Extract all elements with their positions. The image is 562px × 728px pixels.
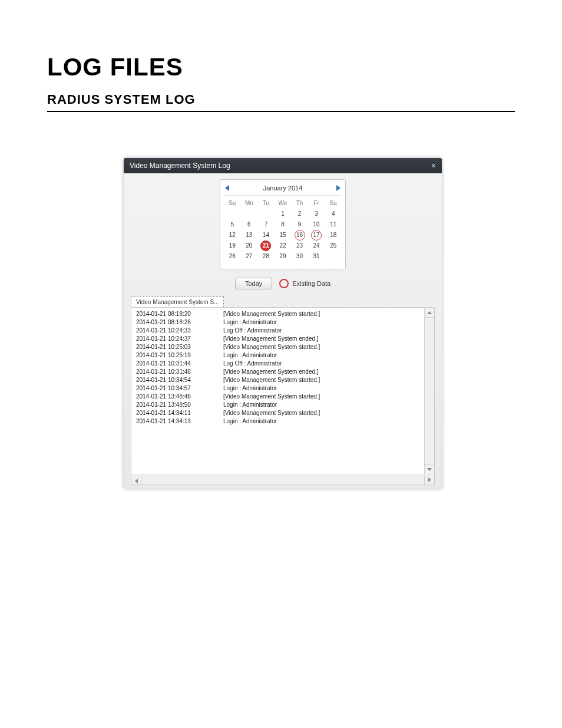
log-row: 2014-01-21 10:25:19Login : Administrator — [136, 351, 431, 360]
log-row: 2014-01-21 10:25:03[Video Management Sys… — [136, 343, 431, 351]
log-timestamp: 2014-01-21 10:24:37 — [136, 335, 207, 343]
log-message: Login : Administrator — [223, 401, 277, 409]
calendar-day[interactable]: 16 — [291, 230, 308, 241]
window-titlebar: Video Management System Log × — [124, 158, 442, 173]
calendar-day[interactable]: 25 — [325, 241, 342, 251]
calendar-dow: Th — [291, 198, 308, 209]
log-timestamp: 2014-01-21 10:31:44 — [136, 360, 207, 368]
calendar-day[interactable]: 12 — [224, 230, 241, 241]
next-month-icon[interactable] — [336, 185, 340, 191]
scroll-down-icon[interactable] — [425, 464, 434, 474]
calendar-day[interactable]: 1 — [275, 209, 292, 219]
log-timestamp: 2014-01-21 10:34:57 — [136, 384, 207, 393]
calendar-day[interactable]: 31 — [308, 251, 325, 262]
log-row: 2014-01-21 13:48:50Login : Administrator — [136, 401, 431, 409]
calendar-day[interactable]: 24 — [308, 241, 325, 251]
today-button[interactable]: Today — [235, 278, 272, 289]
log-message: [Video Management System started.] — [223, 409, 320, 417]
log-message: Login : Administrator — [223, 318, 277, 327]
vertical-scrollbar[interactable] — [424, 308, 434, 474]
system-log-window: Video Management System Log × January 20… — [124, 158, 442, 489]
calendar-month-label: January 2014 — [263, 185, 303, 192]
calendar-day[interactable]: 30 — [291, 251, 308, 262]
calendar-dow: Sa — [325, 198, 342, 209]
existing-data-dot-icon — [279, 279, 289, 288]
log-timestamp: 2014-01-21 14:34:13 — [136, 417, 207, 426]
log-row: 2014-01-21 14:34:11[Video Management Sys… — [136, 409, 431, 417]
calendar-day[interactable]: 5 — [224, 219, 241, 230]
calendar-day[interactable]: 2 — [291, 209, 308, 219]
calendar-day[interactable]: 26 — [224, 251, 241, 262]
calendar-day[interactable]: 15 — [275, 230, 292, 241]
calendar-dow: Su — [224, 198, 241, 209]
calendar-day[interactable]: 20 — [241, 241, 258, 251]
log-message: [Video Management System started.] — [223, 343, 320, 351]
scroll-right-icon[interactable] — [424, 475, 434, 485]
calendar-dow: Fr — [308, 198, 325, 209]
calendar-day — [241, 209, 258, 219]
calendar-day[interactable]: 27 — [241, 251, 258, 262]
calendar-day[interactable]: 22 — [275, 241, 292, 251]
log-timestamp: 2014-01-21 13:48:46 — [136, 393, 207, 401]
calendar-day — [224, 209, 241, 219]
log-timestamp: 2014-01-21 13:48:50 — [136, 401, 207, 409]
calendar-day[interactable]: 18 — [325, 230, 342, 241]
window-title: Video Management System Log — [130, 162, 230, 170]
log-timestamp: 2014-01-21 10:25:19 — [136, 351, 207, 360]
log-row: 2014-01-21 10:34:57Login : Administrator — [136, 384, 431, 393]
calendar-grid: SuMoTuWeThFrSa 1234567891011121314151617… — [224, 195, 342, 262]
log-message: Login : Administrator — [223, 417, 277, 426]
calendar-dow: We — [275, 198, 292, 209]
log-timestamp: 2014-01-21 10:34:54 — [136, 376, 207, 384]
calendar-day — [325, 251, 342, 262]
calendar: January 2014 SuMoTuWeThFrSa 123456789101… — [220, 179, 346, 269]
calendar-day[interactable]: 23 — [291, 241, 308, 251]
calendar-day[interactable]: 13 — [241, 230, 258, 241]
log-row: 2014-01-21 10:31:48[Video Management Sys… — [136, 368, 431, 376]
log-timestamp: 2014-01-21 08:18:26 — [136, 318, 207, 327]
calendar-day[interactable]: 19 — [224, 241, 241, 251]
close-icon[interactable]: × — [431, 162, 436, 169]
calendar-day[interactable]: 10 — [308, 219, 325, 230]
log-list: 2014-01-21 08:18:20[Video Management Sys… — [131, 307, 435, 485]
scroll-up-icon[interactable] — [425, 308, 434, 318]
page-heading: LOG FILES — [47, 53, 515, 81]
calendar-day[interactable]: 14 — [257, 230, 275, 241]
calendar-day[interactable]: 17 — [308, 230, 325, 241]
log-row: 2014-01-21 13:48:46[Video Management Sys… — [136, 393, 431, 401]
calendar-day[interactable]: 11 — [325, 219, 342, 230]
log-row: 2014-01-21 10:24:37[Video Management Sys… — [136, 335, 431, 343]
calendar-dow: Tu — [257, 198, 275, 209]
log-timestamp: 2014-01-21 08:18:20 — [136, 310, 207, 318]
log-tab[interactable]: Video Management System S... — [131, 297, 224, 308]
log-message: [Video Management System started.] — [223, 393, 320, 401]
log-timestamp: 2014-01-21 10:31:48 — [136, 368, 207, 376]
calendar-day[interactable]: 4 — [325, 209, 342, 219]
calendar-day — [257, 209, 275, 219]
log-row: 2014-01-21 14:34:13Login : Administrator — [136, 417, 431, 426]
log-row: 2014-01-21 10:34:54[Video Management Sys… — [136, 376, 431, 384]
log-timestamp: 2014-01-21 10:24:33 — [136, 327, 207, 335]
horizontal-scrollbar[interactable] — [131, 475, 434, 485]
calendar-day[interactable]: 7 — [257, 219, 275, 230]
calendar-day[interactable]: 21 — [257, 241, 275, 251]
prev-month-icon[interactable] — [225, 185, 229, 191]
calendar-day[interactable]: 9 — [291, 219, 308, 230]
calendar-day[interactable]: 29 — [275, 251, 292, 262]
calendar-day[interactable]: 8 — [275, 219, 292, 230]
calendar-day[interactable]: 28 — [257, 251, 275, 262]
calendar-day[interactable]: 3 — [308, 209, 325, 219]
section-heading: RADIUS SYSTEM LOG — [47, 92, 515, 112]
log-timestamp: 2014-01-21 10:25:03 — [136, 343, 207, 351]
log-row: 2014-01-21 10:31:44Log Off : Administrat… — [136, 360, 431, 368]
scroll-left-icon[interactable] — [131, 476, 141, 485]
log-message: Log Off : Administrator — [223, 360, 282, 368]
log-row: 2014-01-21 10:24:33Log Off : Administrat… — [136, 327, 431, 335]
log-message: Login : Administrator — [223, 384, 277, 393]
existing-data-label: Existing Data — [292, 280, 330, 287]
log-message: Log Off : Administrator — [223, 327, 282, 335]
log-message: [Video Management System ended.] — [223, 368, 319, 376]
log-row: 2014-01-21 08:18:26Login : Administrator — [136, 318, 431, 327]
log-message: [Video Management System ended.] — [223, 335, 319, 343]
calendar-day[interactable]: 6 — [241, 219, 258, 230]
